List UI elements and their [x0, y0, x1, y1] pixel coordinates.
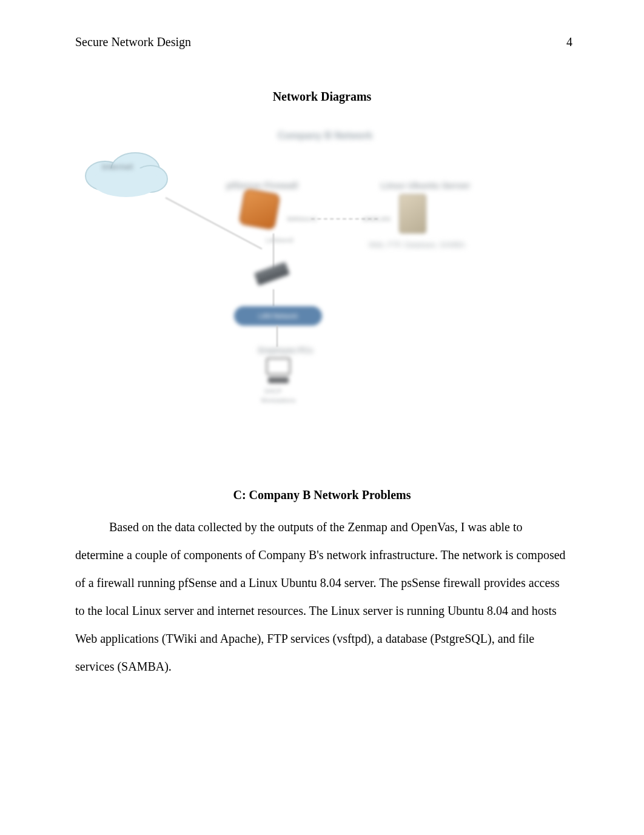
workstation-label: Employee PCs	[258, 346, 313, 355]
lan-network-label: LAN Network	[258, 312, 298, 320]
server-eth-label: eth0/LAN	[363, 215, 399, 223]
network-diagram: Company B Network Internet pfSense Firew…	[72, 124, 575, 464]
body-paragraph: Based on the data collected by the outpu…	[75, 513, 569, 680]
page-number: 4	[566, 35, 572, 49]
workstation-sub-label: Workstations	[261, 397, 300, 403]
server-label: Linux Ubuntu Server	[381, 180, 471, 190]
paragraph-text: Based on the data collected by the outpu…	[75, 513, 569, 680]
page-header: Secure Network Design 4	[75, 35, 572, 49]
firewall-label: pfSense Firewall	[226, 180, 298, 190]
switch-icon	[254, 262, 293, 293]
section-c-heading: C: Company B Network Problems	[0, 488, 644, 502]
workstation-dhcp-label: DHCP	[264, 388, 295, 394]
workstation-icon	[263, 358, 293, 385]
running-head: Secure Network Design	[75, 35, 191, 49]
lan-network-pill: LAN Network	[234, 306, 322, 326]
firewall-icon	[241, 191, 284, 233]
cloud-label: Internet	[102, 162, 133, 172]
diagrams-heading: Network Diagrams	[0, 90, 644, 104]
switch-to-lan-line	[273, 289, 274, 306]
lan-to-workstation-line	[277, 326, 278, 347]
server-services-label: Web, FTP, Database, SAMBA	[369, 241, 490, 248]
diagram-title-label: Company B Network	[278, 130, 372, 141]
server-icon	[399, 194, 426, 233]
firewall-to-switch-line	[273, 233, 274, 270]
